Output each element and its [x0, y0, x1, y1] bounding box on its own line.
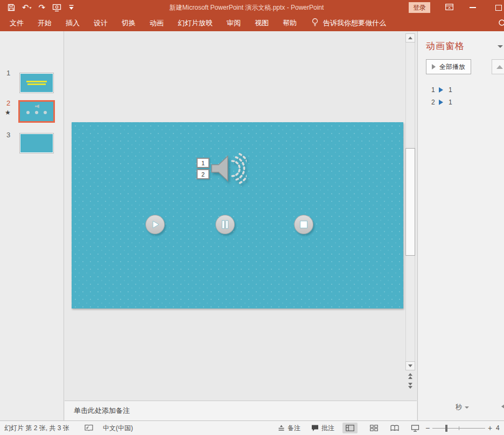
undo-dropdown-icon[interactable]: ▾ [30, 5, 32, 10]
tell-me-label: 告诉我你想要做什么 [323, 18, 386, 28]
seconds-dropdown[interactable]: 秒 [456, 403, 469, 412]
tab-transitions[interactable]: 切换 [115, 15, 143, 31]
tab-insert[interactable]: 插入 [59, 15, 87, 31]
powerpoint-window: ↶▾ ↷ 新建Microsoft PowerPoint 演示文稿.pptx - … [0, 0, 504, 435]
slide-counter[interactable]: 幻灯片 第 2 张, 共 3 张 [4, 424, 69, 433]
undo-button[interactable]: ↶▾ [22, 2, 32, 13]
tab-help[interactable]: 帮助 [276, 15, 304, 31]
stop-button[interactable] [294, 215, 313, 234]
previous-slide-button[interactable] [405, 372, 415, 380]
minimize-button[interactable] [470, 7, 476, 8]
slide-2-thumbnail[interactable] [18, 100, 55, 123]
animation-item-2[interactable]: 2 1 [418, 96, 504, 108]
tab-file[interactable]: 文件 [3, 15, 31, 31]
zoom-slider-handle[interactable] [445, 425, 447, 432]
play-all-label: 全部播放 [439, 62, 465, 72]
animation-pane-title: 动画窗格 [426, 40, 465, 52]
slide-3-number: 3 [6, 131, 10, 139]
notes-icon [278, 425, 285, 432]
slide-3-thumbnail[interactable] [20, 134, 53, 153]
quick-access-toolbar: ↶▾ ↷ [8, 0, 74, 15]
maximize-button[interactable] [495, 5, 502, 11]
media-play-animation-icon [439, 87, 443, 93]
zoom-out-button[interactable]: − [425, 424, 430, 432]
ribbon-tabs: 文件 开始 插入 设计 切换 动画 幻灯片放映 审阅 视图 帮助 告诉我你想要做… [0, 15, 504, 31]
next-slide-button[interactable] [405, 382, 415, 390]
tab-home[interactable]: 开始 [31, 15, 59, 31]
slide-2-number: 2 [6, 99, 10, 107]
slideshow-view-button[interactable] [408, 423, 423, 433]
customize-qat-icon[interactable] [69, 2, 74, 13]
scroll-down-button[interactable] [405, 361, 415, 370]
save-icon[interactable] [8, 2, 15, 13]
slide-sorter-view-button[interactable] [366, 423, 381, 433]
play-all-button[interactable]: 全部播放 [426, 59, 471, 74]
move-earlier-button[interactable] [492, 59, 504, 74]
lightbulb-icon [311, 18, 319, 29]
comment-icon [311, 425, 319, 432]
tab-view[interactable]: 视图 [248, 15, 276, 31]
language-status[interactable]: 中文(中国) [103, 424, 133, 433]
title-bar: ↶▾ ↷ 新建Microsoft PowerPoint 演示文稿.pptx - … [0, 0, 504, 15]
slide-1-thumbnail[interactable] [20, 73, 53, 93]
tab-design[interactable]: 设计 [87, 15, 115, 31]
comments-toggle[interactable]: 批注 [311, 424, 334, 433]
slide-canvas-area: 1 2 [65, 31, 417, 401]
slide-2-canvas[interactable]: 1 2 [72, 122, 403, 308]
triangle-up-icon [496, 65, 503, 69]
normal-view-button[interactable] [342, 423, 358, 433]
slide-1-number: 1 [6, 69, 10, 77]
scrollbar-thumb[interactable] [405, 148, 415, 256]
scroll-left-icon[interactable] [501, 404, 504, 409]
notes-placeholder: 单击此处添加备注 [74, 406, 130, 416]
window-title: 新建Microsoft PowerPoint 演示文稿.pptx - Power… [86, 0, 407, 15]
reading-view-button[interactable] [387, 423, 402, 433]
tab-animations[interactable]: 动画 [143, 15, 171, 31]
notes-pane[interactable]: 单击此处添加备注 [65, 401, 417, 420]
slide-thumbnail-panel: 1 2 ★ 3 [0, 31, 64, 420]
mini-speaker-icon [35, 104, 39, 108]
vertical-scrollbar [405, 33, 415, 370]
window-controls: 登录 [409, 0, 504, 15]
zoom-percentage[interactable]: 4 [496, 424, 500, 432]
animation-pane: 动画窗格 全部播放 1 1 2 1 秒 [417, 31, 504, 420]
audio-speaker-icon[interactable] [210, 151, 247, 188]
status-bar: 幻灯片 第 2 张, 共 3 张 中文(中国) 备注 批注 − [0, 420, 504, 435]
animation-star-icon: ★ [5, 109, 11, 116]
proofing-icon[interactable] [85, 424, 93, 432]
editor-area: 1 2 [65, 31, 417, 420]
play-icon [432, 64, 436, 69]
chevron-down-icon [465, 406, 469, 409]
media-play-animation-icon [439, 100, 443, 105]
search-icon[interactable] [498, 18, 504, 30]
pause-button[interactable] [215, 215, 235, 234]
animation-tag-1[interactable]: 1 [197, 158, 209, 168]
tab-review[interactable]: 审阅 [220, 15, 248, 31]
ribbon-display-options-icon[interactable] [445, 3, 453, 12]
zoom-slider[interactable] [432, 428, 485, 429]
play-button[interactable] [145, 215, 165, 234]
notes-toggle[interactable]: 备注 [278, 424, 300, 433]
login-button[interactable]: 登录 [409, 2, 430, 13]
animation-tag-2[interactable]: 2 [197, 169, 209, 179]
tab-slideshow[interactable]: 幻灯片放映 [171, 15, 220, 31]
redo-button[interactable]: ↷ [39, 2, 46, 13]
scroll-up-button[interactable] [405, 33, 415, 43]
start-from-beginning-icon[interactable] [52, 2, 62, 13]
animation-item-1[interactable]: 1 1 [418, 84, 504, 95]
zoom-in-button[interactable]: + [488, 424, 492, 432]
chevron-down-icon[interactable] [498, 45, 503, 48]
tell-me-box[interactable]: 告诉我你想要做什么 [311, 18, 386, 29]
